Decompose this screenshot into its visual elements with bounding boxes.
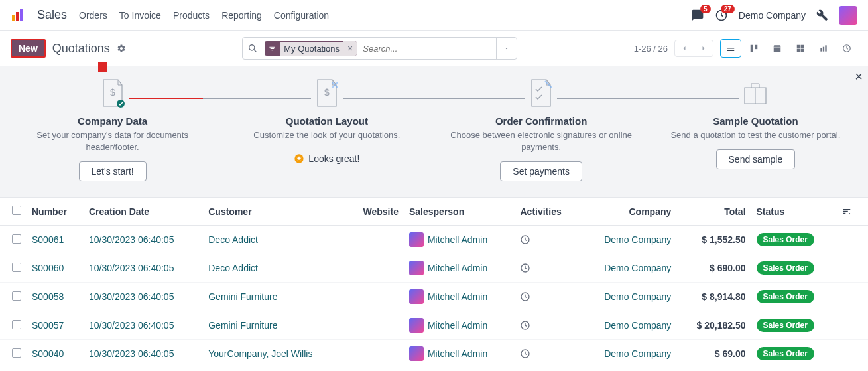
user-avatar[interactable]: [839, 6, 857, 25]
pager-next-icon[interactable]: [694, 40, 713, 56]
table-row[interactable]: S00040 10/30/2023 06:40:05 YourCompany, …: [0, 340, 868, 368]
search-input[interactable]: [359, 44, 496, 54]
search-icon[interactable]: [243, 44, 263, 53]
nav-products[interactable]: Products: [173, 10, 210, 21]
cell-salesperson[interactable]: Mitchell Admin: [409, 346, 510, 361]
messages-icon[interactable]: 5: [691, 9, 704, 22]
view-list-icon[interactable]: [720, 39, 741, 58]
salesperson-avatar: [409, 318, 424, 333]
cell-customer[interactable]: Deco Addict: [208, 263, 258, 273]
table-row[interactable]: S00057 10/30/2023 06:40:05 Gemini Furnit…: [0, 311, 868, 340]
svg-rect-11: [797, 45, 800, 48]
cell-salesperson[interactable]: Mitchell Admin: [409, 318, 510, 333]
th-company[interactable]: Company: [580, 198, 676, 226]
th-customer[interactable]: Customer: [203, 198, 346, 226]
new-button[interactable]: New: [11, 39, 46, 58]
cell-website: [346, 340, 404, 368]
cell-customer[interactable]: Gemini Furniture: [208, 320, 277, 331]
table-row[interactable]: S00060 10/30/2023 06:40:05 Deco Addict M…: [0, 254, 868, 283]
ob-desc-3: Choose between electronic signatures or …: [446, 129, 637, 153]
cell-number[interactable]: S00060: [32, 263, 64, 273]
clock-icon[interactable]: [520, 234, 574, 245]
status-badge: Sales Order: [757, 347, 814, 360]
cell-salesperson[interactable]: Mitchell Admin: [409, 289, 510, 304]
search-dropdown-icon[interactable]: [496, 38, 517, 59]
th-number[interactable]: Number: [27, 198, 84, 226]
cell-number[interactable]: S00058: [32, 291, 64, 302]
pager-buttons: [674, 40, 713, 57]
th-creation[interactable]: Creation Date: [84, 198, 203, 226]
activities-badge: 27: [721, 5, 735, 13]
cell-customer[interactable]: YourCompany, Joel Willis: [208, 348, 312, 359]
pager-text[interactable]: 1-26 / 26: [634, 44, 668, 54]
nav-reporting[interactable]: Reporting: [221, 10, 262, 21]
cell-customer[interactable]: Gemini Furniture: [208, 291, 277, 302]
cell-salesperson[interactable]: Mitchell Admin: [409, 232, 510, 247]
clock-icon[interactable]: [520, 320, 574, 331]
svg-rect-14: [801, 49, 804, 52]
ob-button-set-payments[interactable]: Set payments: [500, 161, 582, 181]
ob-button-lets-start[interactable]: Let's start!: [79, 161, 147, 181]
view-calendar-icon[interactable]: [767, 39, 788, 58]
layout-icon: $: [311, 77, 343, 109]
navbar: Sales Orders To Invoice Products Reporti…: [0, 0, 868, 31]
row-checkbox[interactable]: [12, 291, 21, 301]
svg-point-4: [249, 45, 255, 50]
clock-icon[interactable]: [520, 348, 574, 359]
svg-rect-16: [823, 47, 824, 52]
app-icon[interactable]: [11, 8, 25, 23]
cell-number[interactable]: S00061: [32, 234, 64, 245]
cell-company[interactable]: Demo Company: [604, 320, 671, 331]
nav-to-invoice[interactable]: To Invoice: [119, 10, 161, 21]
row-checkbox[interactable]: [12, 234, 21, 244]
cell-number[interactable]: S00057: [32, 320, 64, 331]
gear-icon[interactable]: [117, 44, 126, 53]
clock-icon[interactable]: [520, 291, 574, 302]
onboarding-progress-marker: [98, 62, 107, 72]
ob-looks-great[interactable]: Looks great!: [294, 149, 359, 164]
cell-date: 10/30/2023 06:40:05: [89, 348, 174, 359]
ob-button-send-sample[interactable]: Send sample: [716, 149, 796, 169]
view-graph-icon[interactable]: [813, 39, 834, 58]
search-box: My Quotations ×: [242, 37, 517, 60]
clock-icon[interactable]: [520, 263, 574, 273]
filter-remove-icon[interactable]: ×: [343, 41, 357, 56]
status-badge: Sales Order: [757, 319, 814, 332]
row-checkbox[interactable]: [12, 348, 21, 358]
table-row[interactable]: S00061 10/30/2023 06:40:05 Deco Addict M…: [0, 226, 868, 254]
cell-company[interactable]: Demo Company: [604, 348, 671, 359]
nav-configuration[interactable]: Configuration: [274, 10, 329, 21]
view-pivot-icon[interactable]: [790, 39, 811, 58]
view-kanban-icon[interactable]: [743, 39, 765, 58]
row-checkbox[interactable]: [12, 320, 21, 329]
pager-prev-icon[interactable]: [675, 40, 694, 56]
th-status[interactable]: Status: [751, 198, 837, 226]
nav-orders[interactable]: Orders: [79, 10, 107, 21]
view-activity-icon[interactable]: [836, 39, 857, 58]
cell-customer[interactable]: Deco Addict: [208, 234, 258, 245]
company-switcher[interactable]: Demo Company: [739, 10, 806, 21]
th-website[interactable]: Website: [346, 198, 404, 226]
cell-date: 10/30/2023 06:40:05: [89, 234, 174, 245]
cell-salesperson[interactable]: Mitchell Admin: [409, 261, 510, 275]
navbar-right: 5 27 Demo Company: [691, 6, 857, 25]
th-activities[interactable]: Activities: [515, 198, 580, 226]
cell-company[interactable]: Demo Company: [604, 291, 671, 302]
th-salesperson[interactable]: Salesperson: [404, 198, 515, 226]
cell-company[interactable]: Demo Company: [604, 234, 671, 245]
activities-icon[interactable]: 27: [715, 9, 728, 22]
debug-icon[interactable]: [816, 9, 828, 21]
cell-date: 10/30/2023 06:40:05: [89, 320, 174, 331]
cell-website: [346, 226, 404, 254]
th-total[interactable]: Total: [676, 198, 751, 226]
columns-icon[interactable]: [842, 207, 857, 216]
salesperson-name: Mitchell Admin: [428, 348, 487, 359]
svg-rect-0: [12, 15, 15, 21]
cell-number[interactable]: S00040: [32, 348, 64, 359]
app-name[interactable]: Sales: [37, 8, 67, 22]
row-checkbox[interactable]: [12, 263, 21, 272]
table-row[interactable]: S00058 10/30/2023 06:40:05 Gemini Furnit…: [0, 283, 868, 311]
filter-icon: [265, 42, 280, 55]
select-all-checkbox[interactable]: [12, 206, 21, 215]
cell-company[interactable]: Demo Company: [604, 263, 671, 273]
